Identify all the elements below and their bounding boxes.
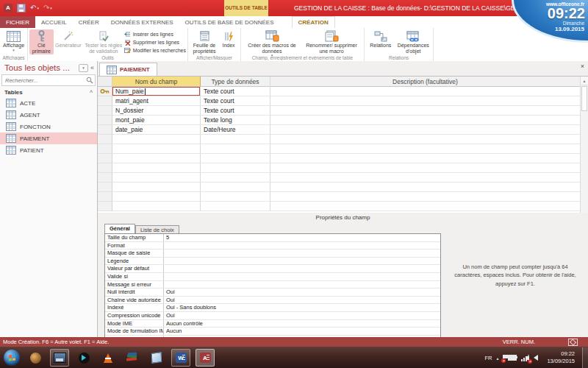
show-hidden-icons-button[interactable]: ▴ bbox=[496, 355, 498, 361]
field-type-cell[interactable] bbox=[201, 154, 270, 163]
relations-button[interactable]: Relations bbox=[366, 29, 395, 54]
sidebar-item-paiement[interactable]: PAIEMENT bbox=[0, 132, 97, 144]
taskbar-dictionary-button[interactable] bbox=[123, 349, 142, 367]
taskbar-access-button[interactable]: A bbox=[196, 349, 215, 367]
field-type-cell[interactable]: Texte court bbox=[201, 87, 270, 96]
field-name-cell[interactable]: matri_agent bbox=[112, 96, 201, 106]
cle-primaire-button[interactable]: Clé primaire bbox=[29, 29, 54, 54]
property-value[interactable] bbox=[164, 273, 440, 280]
field-desc-cell[interactable] bbox=[270, 125, 580, 135]
field-desc-cell[interactable] bbox=[270, 202, 580, 211]
row-selector[interactable] bbox=[98, 135, 112, 144]
property-value[interactable] bbox=[164, 242, 440, 250]
field-name-cell[interactable] bbox=[112, 163, 201, 173]
row-selector[interactable] bbox=[98, 163, 112, 173]
action-center-icon[interactable]: × bbox=[503, 355, 503, 361]
tab-creation[interactable]: CRÉATION bbox=[292, 16, 335, 28]
property-value[interactable]: Aucun bbox=[164, 328, 440, 335]
sidebar-item-acte[interactable]: ACTE bbox=[0, 97, 97, 109]
field-desc-cell[interactable] bbox=[270, 96, 580, 106]
property-value[interactable] bbox=[164, 281, 440, 289]
property-value[interactable]: Aucun contrôle bbox=[164, 320, 440, 328]
taskbar-cube-app-button[interactable] bbox=[147, 349, 166, 367]
property-value[interactable]: 5 bbox=[164, 234, 440, 241]
field-desc-cell[interactable] bbox=[270, 173, 580, 183]
field-type-cell[interactable]: Texte long bbox=[201, 116, 270, 125]
tab-paiement-document[interactable]: PAIEMENT bbox=[99, 63, 157, 76]
scroll-up-icon[interactable]: ▲ bbox=[581, 77, 588, 85]
field-desc-cell[interactable] bbox=[270, 87, 580, 96]
renommer-macro-button[interactable]: Renommer/ supprimer une macro bbox=[301, 29, 362, 54]
field-name-cell[interactable] bbox=[112, 173, 201, 183]
language-indicator[interactable]: FR bbox=[484, 355, 492, 361]
battery-icon[interactable] bbox=[508, 355, 517, 361]
row-selector[interactable] bbox=[98, 144, 112, 154]
section-collapse-icon[interactable]: ^ bbox=[90, 90, 93, 95]
field-type-cell[interactable] bbox=[201, 183, 270, 192]
sidebar-item-fonction[interactable]: FONCTION bbox=[0, 121, 97, 132]
field-name-cell[interactable]: mont_paie bbox=[112, 116, 201, 125]
taskbar-media-player-button[interactable] bbox=[74, 349, 93, 367]
field-name-cell[interactable]: Num_paie bbox=[112, 87, 201, 96]
row-selector[interactable] bbox=[98, 183, 112, 192]
taskbar-word-button[interactable]: W bbox=[171, 349, 190, 367]
collapse-pane-icon[interactable]: « bbox=[90, 64, 94, 71]
field-name-cell[interactable] bbox=[112, 183, 201, 192]
inserer-lignes-button[interactable]: Insérer des lignes bbox=[124, 30, 186, 38]
feuille-proprietes-button[interactable]: Feuille de propriétés bbox=[190, 29, 219, 54]
field-desc-cell[interactable] bbox=[270, 144, 580, 154]
tab-liste-de-choix[interactable]: Liste de choix bbox=[135, 225, 179, 233]
nav-pane-header[interactable]: Tous les objets ... ▾ « bbox=[0, 61, 97, 74]
row-selector[interactable] bbox=[98, 96, 112, 106]
nav-section-tables[interactable]: Tables ^ bbox=[0, 88, 97, 97]
field-desc-cell[interactable] bbox=[270, 106, 580, 116]
property-value[interactable] bbox=[164, 250, 440, 257]
field-name-cell[interactable] bbox=[112, 144, 201, 154]
field-type-cell[interactable]: Texte court bbox=[201, 96, 270, 106]
row-selector[interactable] bbox=[98, 87, 112, 96]
row-selector[interactable] bbox=[98, 125, 112, 135]
redo-button[interactable]: ↷▾ bbox=[43, 2, 52, 14]
field-type-cell[interactable]: Texte court bbox=[201, 106, 270, 116]
property-value[interactable]: Oui bbox=[164, 297, 440, 304]
supprimer-lignes-button[interactable]: Supprimer les lignes bbox=[124, 38, 186, 46]
taskbar-image-viewer-button[interactable] bbox=[50, 349, 69, 367]
modifier-recherches-button[interactable]: Modifier les recherches bbox=[124, 46, 186, 54]
start-button[interactable] bbox=[4, 350, 20, 366]
property-value[interactable]: Oui bbox=[164, 312, 440, 319]
undo-button[interactable]: ↶▾ bbox=[30, 2, 39, 14]
property-value[interactable] bbox=[164, 258, 440, 265]
property-value[interactable]: Oui - Sans doublons bbox=[164, 304, 440, 311]
tab-general[interactable]: Général bbox=[104, 224, 135, 233]
property-value[interactable] bbox=[164, 265, 440, 272]
tab-creer[interactable]: CRÉER bbox=[73, 16, 105, 28]
sidebar-item-agent[interactable]: AGENT bbox=[0, 109, 97, 121]
property-value[interactable]: Oui bbox=[164, 289, 440, 296]
field-type-cell[interactable]: Date/Heure bbox=[201, 125, 270, 135]
field-name-cell[interactable] bbox=[112, 202, 201, 211]
field-name-cell[interactable] bbox=[112, 154, 201, 163]
row-selector[interactable] bbox=[98, 173, 112, 183]
volume-icon[interactable] bbox=[534, 355, 538, 361]
scrollbar-thumb[interactable] bbox=[581, 86, 587, 111]
generateur-button[interactable]: Générateur bbox=[54, 29, 83, 54]
field-name-cell[interactable]: date_paie bbox=[112, 125, 201, 135]
index-button[interactable]: Index bbox=[219, 29, 238, 54]
field-name-cell[interactable]: N_dossier bbox=[112, 106, 201, 116]
field-desc-cell[interactable] bbox=[270, 163, 580, 173]
taskbar-vlc-button[interactable] bbox=[98, 349, 118, 367]
field-desc-cell[interactable] bbox=[270, 135, 580, 144]
show-desktop-button[interactable] bbox=[582, 347, 588, 368]
tester-regles-button[interactable]: Tester les règles de validation bbox=[83, 29, 124, 54]
taskbar-browser-button[interactable] bbox=[26, 349, 45, 367]
tab-fichier[interactable]: FICHIER bbox=[0, 16, 35, 28]
close-document-icon[interactable]: × bbox=[581, 63, 584, 70]
field-type-cell[interactable] bbox=[201, 192, 270, 202]
field-name-cell[interactable] bbox=[112, 192, 201, 202]
tray-clock[interactable]: 09:22 13/09/2015 bbox=[547, 350, 575, 365]
row-selector[interactable] bbox=[98, 154, 112, 163]
creer-macros-button[interactable]: Créer des macros de données ▾ bbox=[243, 29, 301, 54]
field-type-cell[interactable] bbox=[201, 173, 270, 183]
field-name-cell[interactable] bbox=[112, 135, 201, 144]
field-type-cell[interactable] bbox=[201, 163, 270, 173]
